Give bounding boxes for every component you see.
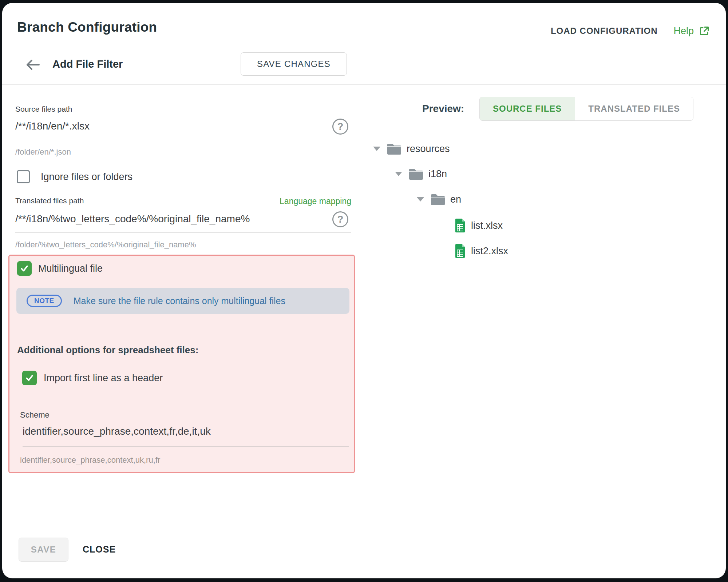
external-link-icon <box>699 25 710 36</box>
tab-source-files[interactable]: SOURCE FILES <box>480 97 575 120</box>
close-button[interactable]: CLOSE <box>83 544 116 555</box>
checkmark-icon <box>24 373 35 383</box>
tree-row-resources[interactable]: resources <box>373 141 450 157</box>
tree-item-label: resources <box>407 143 450 155</box>
preview-tabs: SOURCE FILES TRANSLATED FILES <box>479 97 693 121</box>
multilingual-highlight-box: Multilingual file NOTE Make sure the fil… <box>8 255 355 473</box>
triangle-down-icon[interactable] <box>373 147 380 151</box>
language-mapping-link[interactable]: Language mapping <box>280 196 351 206</box>
tree-item-label: list.xlsx <box>471 220 503 231</box>
ignore-files-label: Ignore files or folders <box>41 171 132 183</box>
help-link-label: Help <box>673 25 694 37</box>
spreadsheet-file-icon <box>454 218 466 233</box>
scheme-value: identifier,source_phrase,context,fr,de,i… <box>23 425 349 438</box>
tree-row-en[interactable]: en <box>417 191 461 207</box>
import-header-checkbox[interactable] <box>22 371 37 385</box>
note-message: Make sure the file rule contains only mu… <box>74 296 285 306</box>
tree-row-list-xlsx[interactable]: list.xlsx <box>454 218 503 234</box>
spreadsheet-options-heading: Additional options for spreadsheet files… <box>17 344 198 356</box>
multilingual-checkbox-row[interactable]: Multilingual file <box>17 261 103 276</box>
preview-label: Preview: <box>422 103 464 115</box>
multilingual-label: Multilingual file <box>38 263 103 274</box>
tree-item-label: i18n <box>428 168 447 180</box>
subheader: Add File Filter SAVE CHANGES <box>2 52 726 78</box>
header-actions: LOAD CONFIGURATION Help <box>551 23 710 39</box>
scheme-label: Scheme <box>20 410 50 420</box>
translated-files-path-value: /**/i18n/%two_letters_code%/%original_fi… <box>15 213 351 225</box>
ignore-files-checkbox[interactable] <box>17 170 30 183</box>
tree-item-label: en <box>450 194 461 205</box>
checkmark-icon <box>19 263 29 274</box>
footer-divider <box>2 521 726 521</box>
translated-files-path-hint: /folder/%two_letters_code%/%original_fil… <box>15 240 196 250</box>
spreadsheet-file-icon <box>454 244 466 258</box>
source-files-path-input[interactable]: /**/i18n/en/*.xlsx ? <box>15 120 351 140</box>
question-circle-icon[interactable]: ? <box>332 211 348 227</box>
page-title: Branch Configuration <box>17 20 157 35</box>
source-files-path-label: Source files path <box>15 105 72 113</box>
tree-row-i18n[interactable]: i18n <box>395 166 447 182</box>
question-circle-icon[interactable]: ? <box>332 119 348 135</box>
multilingual-checkbox[interactable] <box>17 261 32 276</box>
source-files-path-value: /**/i18n/en/*.xlsx <box>15 120 351 132</box>
scheme-input[interactable]: identifier,source_phrase,context,fr,de,i… <box>23 425 349 447</box>
subtitle-add-file-filter: Add File Filter <box>52 58 123 70</box>
back-button[interactable] <box>24 56 41 73</box>
scheme-hint: identifier,source_phrase,context,uk,ru,f… <box>20 455 160 465</box>
arrow-left-icon <box>25 57 40 72</box>
tree-item-label: list2.xlsx <box>471 246 508 257</box>
help-link[interactable]: Help <box>673 25 710 37</box>
source-files-path-hint: /folder/en/*.json <box>15 147 71 157</box>
triangle-down-icon[interactable] <box>395 172 402 176</box>
folder-icon <box>430 193 446 206</box>
folder-icon <box>387 143 402 155</box>
import-header-checkbox-row[interactable]: Import first line as a header <box>22 371 163 385</box>
branch-configuration-dialog: Branch Configuration LOAD CONFIGURATION … <box>2 3 726 578</box>
triangle-down-icon[interactable] <box>417 197 424 202</box>
header-divider <box>2 84 726 85</box>
save-button[interactable]: SAVE <box>19 538 68 562</box>
translated-files-path-label: Translated files path <box>15 196 84 205</box>
note-badge: NOTE <box>27 295 62 307</box>
import-header-label: Import first line as a header <box>44 372 163 384</box>
save-changes-button[interactable]: SAVE CHANGES <box>241 52 347 76</box>
folder-icon <box>408 168 424 180</box>
tab-translated-files[interactable]: TRANSLATED FILES <box>575 97 693 120</box>
note-banner: NOTE Make sure the file rule contains on… <box>16 288 349 314</box>
ignore-files-checkbox-row[interactable]: Ignore files or folders <box>17 170 132 183</box>
load-configuration-button[interactable]: LOAD CONFIGURATION <box>551 26 658 36</box>
translated-files-path-input[interactable]: /**/i18n/%two_letters_code%/%original_fi… <box>15 213 351 233</box>
tree-row-list2-xlsx[interactable]: list2.xlsx <box>454 243 508 259</box>
